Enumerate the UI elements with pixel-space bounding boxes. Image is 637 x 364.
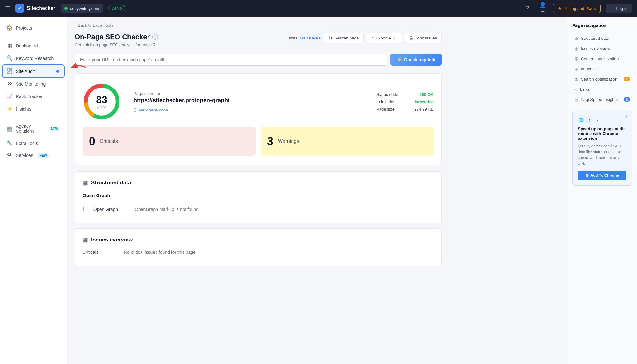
export-label: Export PDF	[376, 36, 397, 40]
nav-item-issues-overview[interactable]: ▦ Issues overview	[572, 43, 632, 54]
structured-data-icon: ▦	[83, 179, 88, 186]
sidebar-label-agency-solutions: Agency Solutions	[16, 124, 45, 134]
export-pdf-button[interactable]: ↑ Export PDF	[367, 33, 402, 43]
services-icon: 🛠	[6, 153, 13, 158]
score-url: https://sitechecker.pro/open-graph/	[134, 97, 364, 104]
sidebar-label-services: Services	[16, 153, 33, 158]
structured-data-header: ▦ Structured data	[83, 179, 434, 186]
add-to-chrome-button[interactable]: ⊕ Add To Chrome	[578, 171, 626, 180]
logo[interactable]: ✓ Sitechecker	[15, 4, 55, 13]
chrome-card-close-button[interactable]: ✕	[625, 114, 628, 119]
agency-solutions-icon: 🏢	[6, 126, 13, 132]
nav-search-opt-icon: ▦	[574, 76, 578, 82]
criticals-count: 0	[89, 135, 95, 148]
insights-icon: ⚡	[6, 106, 13, 112]
extra-tools-icon: 🔧	[6, 140, 13, 146]
score-donut-chart: 83 of 100	[83, 82, 121, 121]
sidebar-label-dashboard: Dashboard	[16, 43, 38, 48]
open-graph-row-icon: ℹ	[83, 206, 90, 212]
pagesize-value: 974.99 KB	[414, 107, 434, 111]
breadcrumb[interactable]: ‹ Back to Extra Tools	[75, 23, 442, 28]
login-button[interactable]: → Log in	[606, 4, 632, 13]
site-selector[interactable]: copywritely.com	[61, 4, 103, 13]
sidebar-item-keyword-research[interactable]: 🔍 Keyword Research ›	[0, 52, 67, 64]
page-title-text: On-Page SEO Checker	[75, 33, 150, 41]
check-btn-icon: ⚡	[397, 57, 402, 62]
structured-data-title: Structured data	[91, 180, 131, 186]
site-name: copywritely.com	[70, 6, 99, 11]
nav-item-search-optimization[interactable]: ▦ Search optimization 1	[572, 74, 632, 84]
open-graph-value: OpenGraph markup is not found	[135, 207, 199, 212]
site-audit-icon: 🔄	[6, 68, 13, 74]
sidebar-item-site-monitoring[interactable]: 👁 Site Monitoring	[0, 78, 67, 90]
sidebar-item-services[interactable]: 🛠 Services NEW	[0, 149, 67, 161]
sidebar-label-site-monitoring: Site Monitoring	[16, 82, 46, 87]
nav-item-pagespeed-insights[interactable]: ◎ PageSpeed Insights 2	[572, 94, 632, 104]
sidebar-item-agency-solutions[interactable]: 🏢 Agency Solutions NEW	[0, 120, 67, 137]
sidebar-item-extra-tools[interactable]: 🔧 Extra Tools	[0, 137, 67, 149]
url-input[interactable]	[75, 54, 387, 66]
sidebar-label-keyword-research: Keyword Research	[16, 56, 54, 61]
nav-issues-overview-label: Issues overview	[581, 46, 610, 51]
score-stats: Status code 200 OK Indexation Indexable …	[376, 92, 434, 111]
rescan-button[interactable]: ↻ Rescan page	[324, 33, 364, 43]
limits-text: Limits: 1/1 checks	[286, 36, 321, 40]
nav-item-structured-data[interactable]: ▦ Structured data	[572, 33, 632, 43]
help-button[interactable]: ?	[522, 3, 532, 13]
export-icon: ↑	[372, 35, 374, 40]
nav-right: ? 👤+ ★ Pricing and Plans → Log in	[522, 3, 632, 13]
score-section: 83 of 100 Page score for https://siteche…	[75, 73, 442, 165]
issues-overview-section: ▦ Issues overview Criticals No critical …	[75, 228, 442, 266]
sidebar-divider-1	[0, 37, 67, 37]
sidebar-item-insights[interactable]: ⚡ Insights	[0, 103, 67, 115]
breadcrumb-arrow-icon: ‹	[75, 23, 76, 28]
nav-structured-data-label: Structured data	[581, 36, 609, 41]
sidebar-item-rank-tracker[interactable]: 📈 Rank Tracker	[0, 90, 67, 103]
add-user-button[interactable]: 👤+	[538, 3, 548, 13]
check-link-button[interactable]: ⚡ Check any link	[390, 54, 442, 66]
pricing-button[interactable]: ★ Pricing and Plans	[553, 4, 600, 13]
open-graph-row: ℹ Open Graph OpenGraph markup is not fou…	[83, 203, 434, 215]
services-badge: NEW	[38, 153, 49, 158]
panel-title: Page navigation	[572, 23, 632, 28]
pricing-label: Pricing and Plans	[563, 6, 596, 11]
donut-of: of 100	[96, 106, 107, 110]
sidebar-label-site-audit: Site Audit	[16, 69, 35, 74]
criticals-card: 0 Criticals	[83, 127, 256, 156]
add-chrome-label: Add To Chrome	[590, 173, 619, 178]
donut-label: 83 of 100	[96, 94, 107, 110]
criticals-section-label: Criticals	[83, 250, 121, 255]
hamburger-icon[interactable]: ☰	[5, 5, 10, 12]
site-monitoring-icon: 👁	[6, 81, 13, 87]
add-chrome-icon: ⊕	[585, 173, 589, 178]
page-subtitle: Get quick on-page SEO analysis for any U…	[75, 42, 158, 47]
sidebar-item-projects[interactable]: 🏠 Projects	[0, 22, 67, 34]
dashboard-icon: ▦	[6, 43, 13, 49]
nav-structured-data-icon: ▦	[574, 36, 578, 41]
login-icon: →	[610, 6, 614, 11]
nav-item-images[interactable]: ▦ Images	[572, 64, 632, 74]
score-flex: 83 of 100 Page score for https://siteche…	[83, 82, 434, 121]
score-for-label: Page score for	[134, 91, 364, 96]
sidebar-item-dashboard[interactable]: ▦ Dashboard	[0, 39, 67, 52]
status-code-row: Status code 200 OK	[376, 92, 434, 97]
structured-data-section: ▦ Structured data Open Graph ℹ Open Grap…	[75, 171, 442, 223]
help-icon[interactable]: ?	[152, 34, 158, 40]
demo-badge: Demo	[108, 5, 125, 11]
nav-item-content-optimization[interactable]: ▦ Content optimization	[572, 54, 632, 64]
sidebar-item-site-audit[interactable]: 🔄 Site Audit	[3, 65, 64, 77]
pagespeed-badge: 2	[624, 97, 630, 102]
limits-value: 1/1 checks	[300, 36, 321, 40]
sidebar-label-extra-tools: Extra Tools	[16, 141, 38, 146]
breadcrumb-label: Back to Extra Tools	[78, 23, 113, 28]
sidebar-divider-2	[0, 118, 67, 118]
nav-images-icon: ▦	[574, 66, 578, 71]
copy-issues-button[interactable]: ⎘ Copy issues	[405, 33, 442, 43]
main-layout: 🏠 Projects ▦ Dashboard 🔍 Keyword Researc…	[0, 17, 637, 364]
chrome-icons: 🌐 ↕ ✓	[578, 116, 626, 123]
view-page-code-link[interactable]: ⟨⟩ View page code	[134, 108, 364, 112]
nav-item-links[interactable]: ∞ Links	[572, 84, 632, 94]
warnings-card: 3 Warnings	[261, 127, 434, 156]
page-header: On-Page SEO Checker ? Get quick on-page …	[75, 33, 442, 47]
sitechecker-ext-icon: ↕	[586, 116, 593, 123]
